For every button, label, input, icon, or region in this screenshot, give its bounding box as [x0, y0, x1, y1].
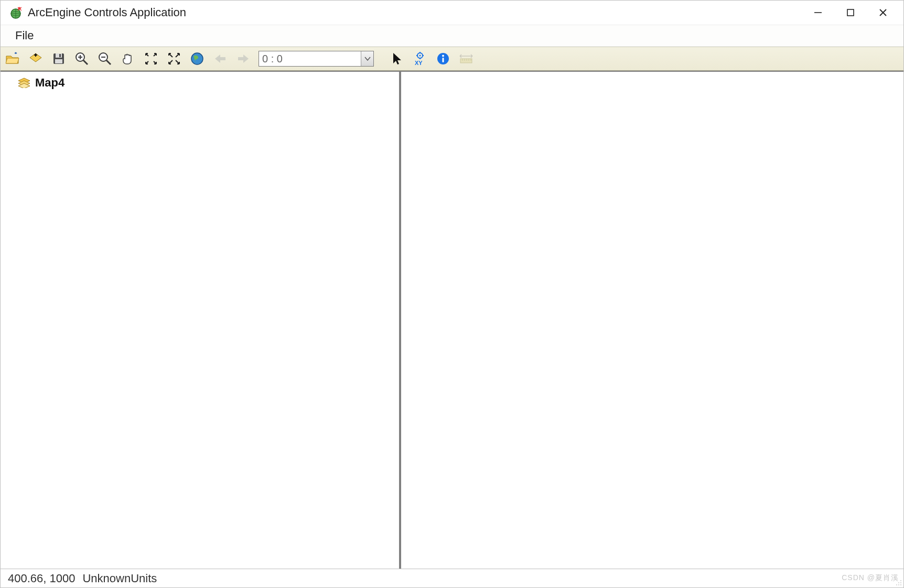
- svg-point-25: [896, 584, 897, 585]
- content-area: Map4: [1, 71, 903, 569]
- app-window: ArcEngine Controls Application File: [0, 0, 904, 588]
- layers-icon: [17, 78, 31, 88]
- resize-grip-icon[interactable]: [894, 578, 903, 587]
- svg-point-26: [898, 584, 899, 585]
- zoom-out-button[interactable]: [97, 51, 113, 67]
- add-data-button[interactable]: [28, 51, 44, 67]
- scale-value: 0 : 0: [262, 53, 283, 65]
- svg-rect-21: [460, 59, 472, 63]
- menubar: File: [1, 25, 903, 47]
- svg-rect-4: [847, 9, 854, 16]
- zoom-out-icon: [98, 51, 112, 66]
- goto-xy-icon: XY: [413, 51, 427, 66]
- goto-xy-button[interactable]: XY: [412, 51, 428, 67]
- arrow-right-icon: [236, 53, 250, 64]
- scale-combobox[interactable]: 0 : 0: [259, 51, 374, 67]
- svg-line-10: [83, 60, 88, 64]
- svg-point-27: [900, 584, 901, 585]
- watermark: CSDN @夏肖溪: [842, 573, 899, 583]
- menu-file[interactable]: File: [9, 27, 40, 45]
- zoom-in-icon: [74, 51, 89, 66]
- open-button[interactable]: [5, 51, 20, 67]
- open-folder-icon: [5, 52, 20, 66]
- toolbar: 0 : 0 XY: [1, 47, 903, 71]
- close-button[interactable]: [867, 2, 899, 23]
- zoom-in-button[interactable]: [74, 51, 90, 67]
- full-extent-arrows-button[interactable]: [166, 51, 182, 67]
- svg-point-20: [442, 55, 444, 57]
- svg-point-16: [419, 55, 421, 57]
- forward-button[interactable]: [235, 51, 251, 67]
- titlebar: ArcEngine Controls Application: [1, 1, 903, 25]
- select-elements-button[interactable]: [389, 51, 405, 67]
- chevron-down-icon: [361, 51, 373, 66]
- full-extent-arrows-icon: [167, 52, 181, 66]
- svg-text:XY: XY: [415, 60, 423, 66]
- svg-point-23: [898, 582, 899, 583]
- globe-icon: [190, 52, 204, 66]
- fixed-zoom-in-icon: [144, 52, 158, 66]
- identify-button[interactable]: [435, 51, 451, 67]
- table-of-contents[interactable]: Map4: [1, 72, 401, 569]
- toc-item[interactable]: Map4: [17, 76, 393, 90]
- pointer-icon: [391, 52, 403, 66]
- save-icon: [52, 52, 66, 66]
- svg-rect-19: [443, 58, 444, 62]
- svg-point-24: [900, 582, 901, 583]
- svg-rect-8: [55, 59, 62, 63]
- map-view[interactable]: [401, 72, 903, 569]
- maximize-button[interactable]: [834, 2, 867, 23]
- fixed-zoom-in-button[interactable]: [143, 51, 159, 67]
- pan-hand-icon: [121, 51, 135, 66]
- svg-rect-6: [56, 53, 62, 58]
- svg-rect-7: [59, 54, 61, 57]
- save-button[interactable]: [51, 51, 67, 67]
- status-coordinates: 400.66, 1000: [8, 572, 75, 585]
- toc-item-label: Map4: [35, 76, 64, 90]
- app-globe-icon: [9, 6, 23, 19]
- pan-button[interactable]: [120, 51, 136, 67]
- full-extent-button[interactable]: [189, 51, 205, 67]
- measure-button[interactable]: [458, 51, 474, 67]
- arrow-left-icon: [213, 53, 227, 64]
- back-button[interactable]: [212, 51, 228, 67]
- window-title: ArcEngine Controls Application: [28, 6, 186, 19]
- measure-icon: [458, 53, 474, 64]
- add-data-icon: [28, 52, 43, 66]
- identify-icon: [436, 52, 450, 66]
- minimize-button[interactable]: [802, 2, 834, 23]
- status-units: UnknownUnits: [82, 572, 157, 585]
- svg-line-12: [106, 60, 111, 64]
- statusbar: 400.66, 1000 UnknownUnits: [1, 569, 903, 587]
- svg-point-22: [900, 580, 901, 581]
